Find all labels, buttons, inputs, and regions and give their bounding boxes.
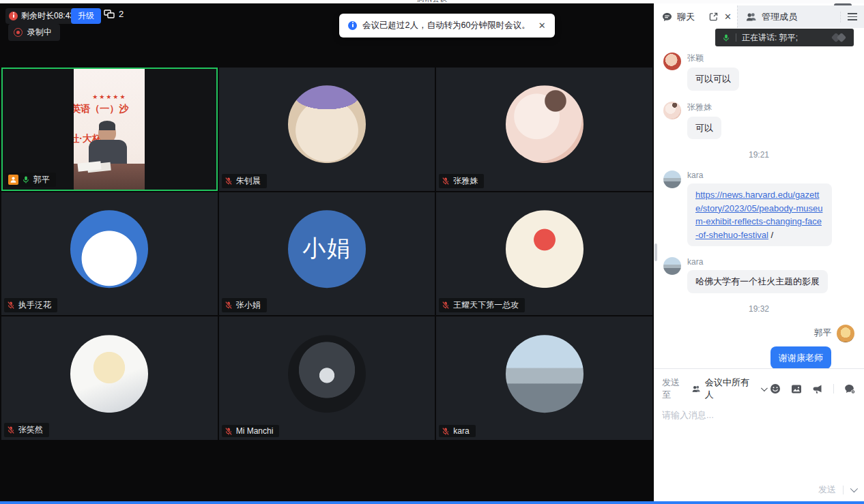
send-to-row: 发送至 会议中所有人 bbox=[654, 369, 864, 401]
meeting-limit-banner: 会议已超过2人，自动转为60分钟限时会议。 ✕ bbox=[339, 14, 555, 38]
chat-message: 张雅姝可以 bbox=[663, 102, 854, 140]
send-row: 发送 bbox=[818, 484, 856, 496]
chat-message: 郭平谢谢康老师 bbox=[663, 325, 854, 369]
chevron-down-icon[interactable] bbox=[761, 385, 768, 391]
participant-avatar bbox=[70, 335, 148, 413]
video-banner-text: ★★★★★ bbox=[74, 93, 145, 100]
announcement-icon[interactable] bbox=[812, 384, 823, 394]
participant-name: 张笑然 bbox=[18, 424, 43, 436]
participant-name-label: 张小娟 bbox=[222, 298, 267, 312]
participant-avatar: 小娟 bbox=[288, 210, 366, 288]
banner-text: 会议已超过2人，自动转为60分钟限时会议。 bbox=[362, 20, 530, 31]
send-button[interactable]: 发送 bbox=[818, 484, 836, 496]
screens-icon bbox=[104, 10, 115, 19]
banner-close-icon[interactable]: ✕ bbox=[538, 21, 546, 30]
tab-members-label: 管理成员 bbox=[762, 11, 797, 23]
muted-mic-icon bbox=[225, 427, 233, 436]
chat-composer: 发送至 会议中所有人 bbox=[654, 368, 864, 504]
participant-name: 朱钊晨 bbox=[236, 175, 261, 187]
send-to-label: 发送至 bbox=[662, 376, 688, 401]
video-tile[interactable]: 张笑然 bbox=[1, 316, 218, 440]
message-sender: kara bbox=[687, 171, 832, 180]
host-badge-icon bbox=[8, 175, 18, 185]
chat-message-list: 张颖可以可以张雅姝可以19:21karahttps://news.harvard… bbox=[654, 28, 864, 368]
people-icon bbox=[692, 385, 701, 393]
chat-avatar bbox=[837, 325, 854, 342]
menu-icon[interactable] bbox=[840, 12, 857, 23]
video-tile[interactable]: kara bbox=[436, 316, 652, 440]
chat-message: karahttps://news.harvard.edu/gazette/sto… bbox=[663, 171, 854, 246]
chat-bubble-icon bbox=[662, 12, 672, 22]
tab-close-icon[interactable]: ✕ bbox=[724, 12, 732, 22]
members-icon bbox=[746, 12, 757, 21]
message-link[interactable]: https://news.harvard.edu/gazette/story/2… bbox=[695, 190, 822, 240]
send-to-selector[interactable]: 会议中所有人 bbox=[705, 376, 757, 401]
chat-scrollbar[interactable] bbox=[654, 243, 657, 261]
info-icon bbox=[348, 21, 357, 30]
tab-members[interactable]: 管理成员 bbox=[737, 5, 864, 28]
participant-name: kara bbox=[453, 426, 469, 436]
message-bubble: 谢谢康老师 bbox=[771, 346, 831, 369]
screen-count: 2 bbox=[119, 9, 124, 19]
message-timestamp: 19:32 bbox=[663, 304, 854, 314]
video-tile[interactable]: 王耀天下第一总攻 bbox=[436, 192, 652, 316]
video-grid: ★★★★★英语（一）沙社·大杯·英省赛辅 郭平 朱钊晨 张雅姝 执手泛花小娟 张 bbox=[1, 68, 652, 440]
tencent-meeting-logo bbox=[831, 33, 848, 42]
muted-mic-icon bbox=[225, 301, 233, 310]
participant-avatar bbox=[288, 335, 366, 413]
tab-chat-label: 聊天 bbox=[677, 11, 695, 23]
participant-name: 王耀天下第一总攻 bbox=[453, 299, 519, 311]
video-tile[interactable]: 小娟 张小娟 bbox=[219, 192, 435, 316]
participant-name: 张小娟 bbox=[236, 299, 261, 311]
message-sender: 张颖 bbox=[687, 53, 739, 64]
meeting-window: 腾讯会议 剩余时长08:43 升级 2 录制中 ★★★★★英语（一）沙社·大杯·… bbox=[0, 0, 864, 504]
remaining-time-label: 剩余时长08:43 bbox=[21, 10, 74, 22]
chat-settings-icon[interactable] bbox=[844, 384, 856, 394]
message-bubble: 可以可以 bbox=[687, 68, 739, 91]
link-suffix: / bbox=[768, 230, 773, 240]
video-tile[interactable]: 朱钊晨 bbox=[219, 68, 435, 191]
participant-name-label: 执手泛花 bbox=[4, 298, 57, 312]
message-timestamp: 19:21 bbox=[663, 150, 854, 160]
participant-name-label: 郭平 bbox=[5, 173, 56, 187]
message-input[interactable] bbox=[662, 409, 854, 462]
participant-avatar bbox=[506, 85, 584, 163]
speaking-indicator: 正在讲话: 郭平; bbox=[715, 29, 854, 46]
tab-chat[interactable]: 聊天 ✕ bbox=[654, 5, 737, 28]
message-bubble: https://news.harvard.edu/gazette/story/2… bbox=[687, 183, 832, 246]
video-tile[interactable]: Mi Manchi bbox=[219, 316, 435, 440]
shared-screens-indicator[interactable]: 2 bbox=[104, 9, 124, 19]
participant-name-label: 王耀天下第一总攻 bbox=[439, 298, 525, 312]
muted-mic-icon bbox=[7, 426, 15, 434]
image-icon[interactable] bbox=[791, 384, 802, 394]
upgrade-button[interactable]: 升级 bbox=[71, 8, 101, 24]
emoji-icon[interactable] bbox=[770, 383, 781, 394]
chat-avatar bbox=[663, 102, 681, 119]
muted-mic-icon bbox=[7, 301, 15, 310]
popout-icon[interactable] bbox=[709, 12, 718, 21]
window-bottom-accent bbox=[0, 501, 864, 504]
warning-info-icon bbox=[9, 12, 18, 20]
participant-name-label: Mi Manchi bbox=[222, 425, 280, 437]
participant-avatar bbox=[506, 335, 584, 413]
participant-name: 执手泛花 bbox=[18, 299, 51, 311]
chat-message: 张颖可以可以 bbox=[663, 53, 854, 91]
video-tile[interactable]: ★★★★★英语（一）沙社·大杯·英省赛辅 郭平 bbox=[1, 68, 218, 191]
participant-video: ★★★★★英语（一）沙社·大杯·英省赛辅 bbox=[74, 69, 145, 190]
chat-avatar bbox=[663, 53, 681, 70]
participant-avatar bbox=[70, 210, 148, 288]
participant-avatar bbox=[506, 210, 584, 288]
chat-message: kara哈佛大学有一个社火主题的影展 bbox=[663, 257, 854, 293]
send-options-chevron-icon[interactable] bbox=[850, 485, 858, 492]
record-icon bbox=[14, 28, 23, 37]
mic-icon bbox=[22, 175, 30, 184]
participant-avatar bbox=[288, 85, 366, 163]
muted-mic-icon bbox=[442, 301, 450, 310]
active-mic-icon bbox=[722, 33, 730, 42]
video-tile[interactable]: 执手泛花 bbox=[1, 192, 218, 316]
chat-avatar bbox=[663, 171, 681, 188]
message-sender: kara bbox=[687, 257, 828, 267]
video-tile[interactable]: 张雅姝 bbox=[436, 68, 652, 191]
recording-indicator[interactable]: 录制中 bbox=[8, 24, 60, 41]
chat-panel: 聊天 ✕ 管理成员 张颖可以可以张雅姝可以19:21karahttps:// bbox=[654, 3, 864, 504]
